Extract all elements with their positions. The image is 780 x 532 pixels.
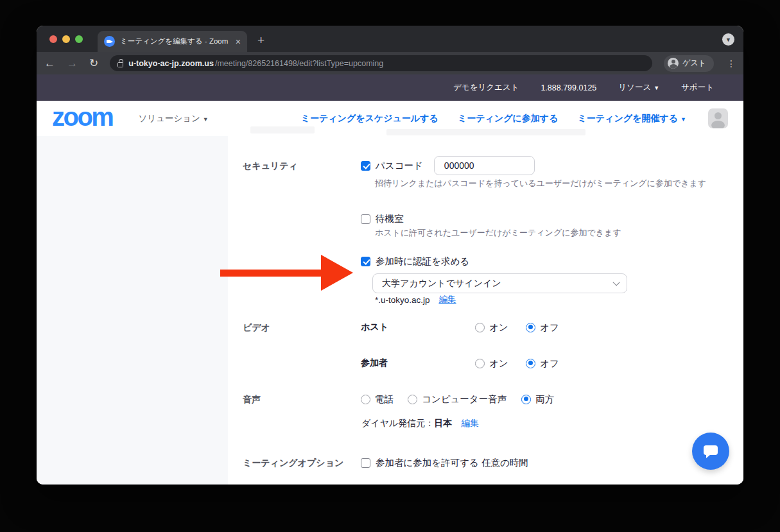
chevron-down-icon — [612, 279, 620, 286]
ghost-content — [250, 126, 315, 133]
auth-method-select[interactable]: 大学アカウントでサインイン — [372, 273, 627, 293]
support-link[interactable]: サポート — [681, 82, 714, 93]
profile-label: ゲスト — [682, 58, 706, 69]
passcode-checkbox[interactable] — [361, 161, 370, 171]
zoom-logo[interactable]: zoom — [52, 107, 112, 127]
site-header: zoom ソリューション▼ ミーティングをスケジュールする ミーティングに参加す… — [37, 101, 743, 136]
meeting-options-section-label: ミーティングオプション — [243, 458, 343, 469]
waiting-room-row: 待機室 — [361, 212, 404, 226]
video-host-row: ホスト オン オフ — [361, 321, 559, 334]
join-meeting-link[interactable]: ミーティングに参加する — [458, 113, 559, 124]
dial-from-edit-link[interactable]: 編集 — [461, 418, 479, 429]
join-anytime-label: 参加者に参加を許可する 任意の時間 — [376, 457, 528, 469]
passcode-description: 招待リンクまたはパスコードを持っているユーザーだけがミーティングに参加できます — [375, 178, 706, 189]
profile-chip[interactable]: ゲスト — [664, 55, 714, 72]
auth-label: 参加時に認証を求める — [376, 255, 469, 268]
auth-domain-row: *.u-tokyo.ac.jp 編集 — [375, 294, 456, 305]
waiting-room-checkbox[interactable] — [361, 214, 370, 224]
close-window-button[interactable] — [49, 35, 57, 43]
request-demo-link[interactable]: デモをリクエスト — [453, 82, 519, 93]
chevron-down-icon: ▼ — [654, 85, 659, 91]
passcode-row: パスコード — [361, 156, 535, 175]
auth-domain-edit-link[interactable]: 編集 — [439, 294, 456, 305]
annotation-arrow-icon — [220, 255, 355, 291]
audio-computer-label: コンピューター音声 — [422, 393, 507, 406]
waiting-room-label: 待機室 — [376, 213, 404, 225]
chevron-down-icon: ▼ — [680, 116, 686, 123]
audio-computer-radio[interactable] — [408, 395, 417, 404]
page-content: セキュリティ パスコード 招待リンクまたはパスコードを持っているユーザーだけがミ… — [37, 136, 743, 485]
header-nav: ミーティングをスケジュールする ミーティングに参加する ミーティングを開催する▼ — [301, 108, 728, 128]
minimize-window-button[interactable] — [62, 35, 70, 43]
auth-checkbox[interactable] — [361, 257, 370, 266]
browser-tab[interactable]: ミーティングを編集する - Zoom × — [98, 31, 247, 52]
forward-icon[interactable]: → — [67, 58, 78, 69]
address-bar[interactable]: u-tokyo-ac-jp.zoom.us/meeting/8265216149… — [110, 55, 652, 71]
audio-phone-radio[interactable] — [361, 395, 370, 404]
browser-window: ミーティングを編集する - Zoom × + ▼ ← → ↻ u-tokyo-a… — [37, 26, 743, 485]
dial-from-country: 日本 — [434, 418, 452, 429]
fullscreen-window-button[interactable] — [75, 35, 83, 43]
video-host-off-radio[interactable] — [526, 323, 535, 332]
reload-icon[interactable]: ↻ — [89, 58, 98, 69]
security-section-label: セキュリティ — [243, 160, 298, 172]
passcode-label: パスコード — [376, 160, 423, 172]
auth-domain: *.u-tokyo.ac.jp — [375, 295, 430, 305]
dial-from-row: ダイヤル発信元： 日本 編集 — [361, 417, 479, 430]
video-host-off-label: オフ — [540, 322, 559, 334]
avatar[interactable] — [708, 108, 728, 128]
auth-row: 参加時に認証を求める — [361, 254, 469, 268]
dial-from-label: ダイヤル発信元： — [361, 418, 434, 429]
meeting-edit-form: セキュリティ パスコード 招待リンクまたはパスコードを持っているユーザーだけがミ… — [228, 136, 743, 485]
schedule-meeting-link[interactable]: ミーティングをスケジュールする — [301, 113, 438, 124]
tab-title: ミーティングを編集する - Zoom — [120, 37, 230, 46]
chat-bubble-icon — [704, 445, 718, 455]
phone-link[interactable]: 1.888.799.0125 — [541, 83, 596, 92]
video-host-on-radio[interactable] — [475, 323, 485, 332]
audio-phone-label: 電話 — [375, 393, 394, 406]
passcode-input[interactable] — [434, 156, 535, 175]
video-host-on-label: オン — [489, 322, 526, 334]
lock-icon[interactable] — [117, 62, 123, 67]
auth-method-value: 大学アカウントでサインイン — [382, 278, 501, 289]
url-path: /meeting/82652161498/edit?listType=upcom… — [215, 59, 383, 68]
video-participant-on-label: オン — [489, 357, 526, 370]
host-meeting-menu[interactable]: ミーティングを開催する▼ — [577, 113, 686, 124]
video-host-label: ホスト — [361, 322, 475, 333]
browser-menu-icon[interactable]: ⋮ — [727, 58, 736, 69]
join-anytime-checkbox[interactable] — [361, 458, 370, 468]
zoom-favicon-icon — [104, 36, 115, 47]
back-icon[interactable]: ← — [44, 58, 55, 69]
video-participant-off-radio[interactable] — [526, 359, 535, 368]
url-host: u-tokyo-ac-jp.zoom.us — [128, 59, 214, 68]
new-tab-button[interactable]: + — [257, 33, 264, 52]
video-participant-label: 参加者 — [361, 357, 475, 369]
ghost-content — [386, 129, 585, 135]
audio-section-label: 音声 — [243, 394, 261, 406]
chat-fab-button[interactable] — [692, 433, 729, 470]
video-participant-row: 参加者 オン オフ — [361, 357, 559, 370]
solutions-menu[interactable]: ソリューション▼ — [138, 113, 208, 124]
tab-strip: ミーティングを編集する - Zoom × + ▼ — [37, 26, 743, 52]
audio-both-radio[interactable] — [521, 395, 531, 404]
tab-close-icon[interactable]: × — [236, 37, 241, 47]
chevron-down-icon: ▼ — [203, 116, 209, 123]
video-section-label: ビデオ — [243, 322, 270, 334]
sidebar — [37, 136, 228, 485]
window-controls — [49, 35, 83, 43]
site-topbar: デモをリクエスト 1.888.799.0125 リソース▼ サポート — [37, 74, 743, 101]
audio-row: 電話 コンピューター音声 両方 — [361, 393, 554, 406]
join-anytime-row: 参加者に参加を許可する 任意の時間 — [361, 456, 528, 470]
audio-both-label: 両方 — [535, 393, 554, 406]
waiting-room-description: ホストに許可されたユーザーだけがミーティングに参加できます — [375, 227, 621, 239]
video-participant-on-radio[interactable] — [475, 359, 485, 368]
browser-toolbar: ← → ↻ u-tokyo-ac-jp.zoom.us/meeting/8265… — [37, 52, 743, 74]
tab-search-icon[interactable]: ▼ — [722, 33, 734, 46]
resources-menu[interactable]: リソース▼ — [618, 82, 659, 93]
video-participant-off-label: オフ — [540, 357, 559, 370]
profile-icon — [668, 58, 679, 69]
